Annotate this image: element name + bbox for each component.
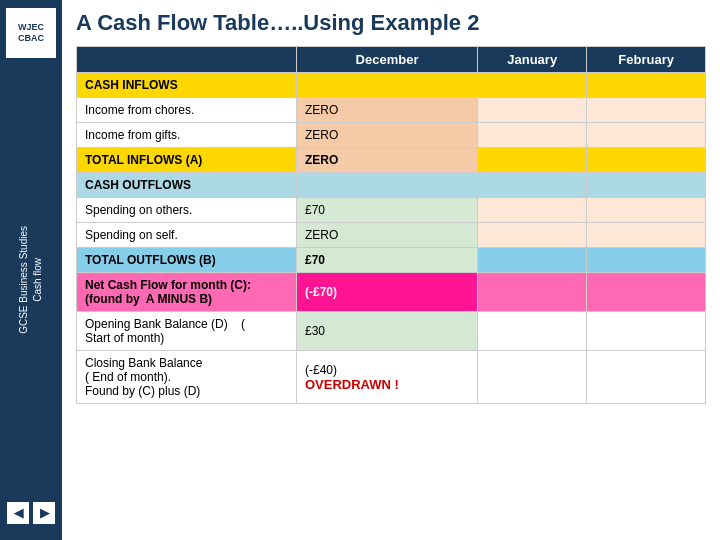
- net-cash-flow-jan: [478, 273, 587, 312]
- total-inflows-dec: ZERO: [297, 148, 478, 173]
- logo: WJEC CBAC: [6, 8, 56, 58]
- header-col-label: [77, 47, 297, 73]
- closing-balance-label: Closing Bank Balance( End of month).Foun…: [77, 351, 297, 404]
- closing-balance-dec-line1: (-£40): [305, 363, 469, 377]
- row-dec-income-gifts: ZERO: [297, 123, 478, 148]
- cash-outflows-label: CASH OUTFLOWS: [77, 173, 297, 198]
- table-row: Income from chores. ZERO: [77, 98, 706, 123]
- page-title: A Cash Flow Table…..Using Example 2: [76, 10, 706, 36]
- row-dec-income-chores: ZERO: [297, 98, 478, 123]
- total-inflows-label: TOTAL INFLOWS (A): [77, 148, 297, 173]
- row-feb-income-gifts: [587, 123, 706, 148]
- sidebar-text-line1: GCSE Business Studies: [18, 226, 29, 334]
- sidebar-text-line2: Cash flow: [32, 258, 43, 302]
- overdrawn-text: OVERDRAWN !: [305, 377, 469, 392]
- net-cash-flow-label-text: Net Cash Flow for month (C):(found by A …: [85, 278, 251, 306]
- header-col-february: February: [587, 47, 706, 73]
- cash-outflows-feb: [587, 173, 706, 198]
- sidebar: WJEC CBAC GCSE Business Studies Cash flo…: [0, 0, 62, 540]
- table-row-total-inflows: TOTAL INFLOWS (A) ZERO: [77, 148, 706, 173]
- total-inflows-feb: [587, 148, 706, 173]
- net-cash-flow-feb: [587, 273, 706, 312]
- row-label-spending-self: Spending on self.: [77, 223, 297, 248]
- row-dec-spending-self: ZERO: [297, 223, 478, 248]
- closing-balance-label-text: Closing Bank Balance( End of month).Foun…: [85, 356, 202, 398]
- row-jan-spending-self: [478, 223, 587, 248]
- cash-inflows-feb: [587, 73, 706, 98]
- prev-button[interactable]: ◀: [7, 502, 29, 524]
- cash-inflows-dec: [297, 73, 478, 98]
- table-row: Spending on self. ZERO: [77, 223, 706, 248]
- total-outflows-feb: [587, 248, 706, 273]
- row-jan-spending-others: [478, 198, 587, 223]
- next-button[interactable]: ▶: [33, 502, 55, 524]
- cash-outflows-jan: [478, 173, 587, 198]
- closing-balance-feb: [587, 351, 706, 404]
- main-content: A Cash Flow Table…..Using Example 2 Dece…: [62, 0, 720, 540]
- closing-balance-jan: [478, 351, 587, 404]
- closing-balance-dec: (-£40) OVERDRAWN !: [297, 351, 478, 404]
- table-header-row: December January February: [77, 47, 706, 73]
- cash-inflows-jan: [478, 73, 587, 98]
- row-dec-spending-others: £70: [297, 198, 478, 223]
- table-row-net-cash-flow: Net Cash Flow for month (C):(found by A …: [77, 273, 706, 312]
- row-feb-spending-self: [587, 223, 706, 248]
- row-jan-income-gifts: [478, 123, 587, 148]
- section-cash-outflows: CASH OUTFLOWS: [77, 173, 706, 198]
- table-row-opening-balance: Opening Bank Balance (D) (Start of month…: [77, 312, 706, 351]
- header-col-december: December: [297, 47, 478, 73]
- total-outflows-dec: £70: [297, 248, 478, 273]
- opening-balance-label: Opening Bank Balance (D) (Start of month…: [77, 312, 297, 351]
- net-cash-flow-dec: (-£70): [297, 273, 478, 312]
- header-col-january: January: [478, 47, 587, 73]
- net-cash-flow-label: Net Cash Flow for month (C):(found by A …: [77, 273, 297, 312]
- opening-balance-dec: £30: [297, 312, 478, 351]
- row-feb-income-chores: [587, 98, 706, 123]
- cash-flow-table: December January February CASH INFLOWS I…: [76, 46, 706, 404]
- opening-balance-feb: [587, 312, 706, 351]
- row-label-income-gifts: Income from gifts.: [77, 123, 297, 148]
- total-inflows-jan: [478, 148, 587, 173]
- sidebar-navigation: ◀ ▶: [7, 502, 55, 532]
- logo-line2: CBAC: [18, 33, 44, 44]
- section-cash-inflows: CASH INFLOWS: [77, 73, 706, 98]
- row-label-spending-others: Spending on others.: [77, 198, 297, 223]
- total-outflows-jan: [478, 248, 587, 273]
- logo-line1: WJEC: [18, 22, 44, 33]
- table-row-total-outflows: TOTAL OUTFLOWS (B) £70: [77, 248, 706, 273]
- row-feb-spending-others: [587, 198, 706, 223]
- cash-outflows-dec: [297, 173, 478, 198]
- opening-balance-label-text: Opening Bank Balance (D) (Start of month…: [85, 317, 245, 345]
- total-outflows-label: TOTAL OUTFLOWS (B): [77, 248, 297, 273]
- opening-balance-jan: [478, 312, 587, 351]
- table-row: Spending on others. £70: [77, 198, 706, 223]
- cash-inflows-label: CASH INFLOWS: [77, 73, 297, 98]
- table-row-closing-balance: Closing Bank Balance( End of month).Foun…: [77, 351, 706, 404]
- row-label-income-chores: Income from chores.: [77, 98, 297, 123]
- row-jan-income-chores: [478, 98, 587, 123]
- sidebar-text: GCSE Business Studies Cash flow: [17, 226, 45, 334]
- table-row: Income from gifts. ZERO: [77, 123, 706, 148]
